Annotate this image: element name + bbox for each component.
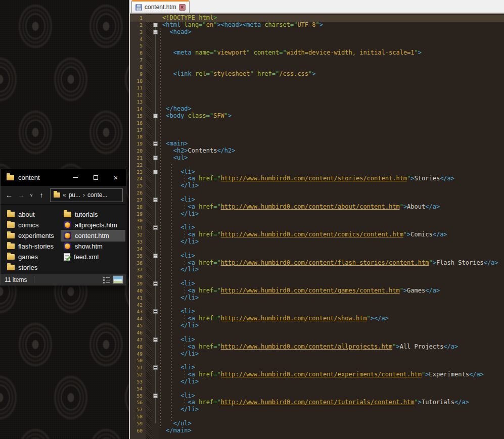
code-line[interactable]: <li>: [159, 308, 504, 315]
tab-content-htm[interactable]: content.htm ×: [131, 0, 190, 13]
code-line[interactable]: </main>: [159, 427, 504, 434]
code-line[interactable]: [159, 217, 504, 224]
file-item-stories[interactable]: stories: [5, 262, 61, 273]
code-line[interactable]: [159, 99, 504, 106]
code-line[interactable]: [159, 302, 504, 309]
fold-marker[interactable]: [153, 114, 158, 118]
fold-marker[interactable]: [153, 394, 158, 398]
code-line[interactable]: </li>: [159, 351, 504, 358]
code-line[interactable]: [159, 189, 504, 197]
close-button[interactable]: ×: [106, 169, 126, 186]
code-line[interactable]: [159, 357, 504, 364]
up-button[interactable]: ↑: [36, 191, 47, 199]
code-line[interactable]: [159, 413, 504, 420]
file-item-content-htm[interactable]: content.htm: [61, 230, 125, 241]
code-line[interactable]: <li>: [159, 336, 504, 344]
code-line[interactable]: <ul>: [159, 155, 504, 162]
fold-marker[interactable]: [153, 281, 158, 286]
code-line[interactable]: <li>: [159, 169, 504, 176]
code-line[interactable]: <a href="http://www.humbird0.com/content…: [159, 399, 504, 406]
code-line[interactable]: </li>: [159, 238, 504, 246]
fold-marker[interactable]: [153, 309, 158, 314]
code-line[interactable]: </li>: [159, 266, 504, 273]
code-line[interactable]: <head>: [159, 29, 504, 36]
code-line[interactable]: <a href="http://www.humbird0.com/content…: [159, 344, 504, 351]
address-bar[interactable]: « pu... › conte...: [50, 188, 123, 202]
recent-locations-chevron-icon[interactable]: ∨: [28, 192, 35, 198]
code-line[interactable]: <h2>Contents</h2>: [159, 148, 504, 155]
back-button[interactable]: ←: [4, 191, 15, 199]
fold-marker[interactable]: [153, 337, 158, 342]
code-line[interactable]: </head>: [159, 106, 504, 113]
details-view-button[interactable]: [103, 276, 110, 283]
code-line[interactable]: [159, 64, 504, 71]
code-line[interactable]: [159, 36, 504, 43]
breadcrumb-parent[interactable]: pu...: [69, 191, 80, 199]
file-item-tutorials[interactable]: tutorials: [61, 209, 125, 220]
code-line[interactable]: [159, 385, 504, 393]
code-line[interactable]: [159, 329, 504, 336]
file-item-flash-stories[interactable]: flash-stories: [5, 241, 61, 252]
fold-marker[interactable]: [153, 198, 158, 202]
code-line[interactable]: <html lang="en"><head><meta charset="UTF…: [159, 22, 504, 29]
thumbnails-view-button[interactable]: [113, 276, 123, 283]
file-item-about[interactable]: about: [5, 209, 61, 220]
code-line[interactable]: [159, 162, 504, 169]
code-line[interactable]: [159, 57, 504, 64]
fold-marker[interactable]: [153, 141, 158, 146]
code-line[interactable]: <a href="http://www.humbird0.com/content…: [159, 175, 504, 182]
file-item-comics[interactable]: comics: [5, 220, 61, 230]
code-line[interactable]: [159, 246, 504, 253]
file-item-feed-xml[interactable]: feed.xml: [61, 252, 125, 262]
code-line[interactable]: </li>: [159, 322, 504, 329]
code-line[interactable]: </li>: [159, 295, 504, 302]
code-line[interactable]: </li>: [159, 211, 504, 218]
tab-close-button[interactable]: ×: [179, 4, 186, 11]
code-line[interactable]: [159, 133, 504, 140]
code-line[interactable]: <li>: [159, 364, 504, 371]
code-line[interactable]: <li>: [159, 253, 504, 260]
code-line[interactable]: <link rel="stylesheet" href="/css.css">: [159, 71, 504, 78]
file-item-experiments[interactable]: experiments: [5, 230, 61, 241]
code-line[interactable]: <li>: [159, 393, 504, 400]
code-line[interactable]: <li>: [159, 224, 504, 231]
breadcrumb-overflow-chevron[interactable]: «: [63, 191, 66, 199]
fold-marker[interactable]: [153, 156, 158, 160]
code-line[interactable]: <a href="http://www.humbird0.com/content…: [159, 260, 504, 267]
code-line[interactable]: <a href="http://www.humbird0.com/content…: [159, 231, 504, 238]
code-line[interactable]: </li>: [159, 406, 504, 413]
code-line[interactable]: <a href="http://www.humbird0.com/content…: [159, 371, 504, 378]
fold-marker[interactable]: [153, 170, 158, 174]
code-line[interactable]: [159, 91, 504, 99]
file-item-show-htm[interactable]: show.htm: [61, 241, 125, 252]
fold-marker[interactable]: [153, 225, 158, 230]
explorer-title-bar[interactable]: content ×: [1, 169, 126, 186]
code-line[interactable]: </li>: [159, 378, 504, 385]
breadcrumb-current[interactable]: conte...: [87, 191, 107, 199]
code-line[interactable]: <meta name="viewport" content="width=dev…: [159, 50, 504, 57]
maximize-button[interactable]: [85, 169, 106, 186]
code-line[interactable]: [159, 84, 504, 91]
code-line[interactable]: [159, 42, 504, 50]
code-line[interactable]: [159, 120, 504, 127]
code-line[interactable]: <li>: [159, 280, 504, 287]
code-line[interactable]: <a href="http://www.humbird0.com/content…: [159, 287, 504, 295]
fold-marker[interactable]: [153, 254, 158, 258]
bookmark-margin[interactable]: [146, 15, 152, 439]
code-line[interactable]: <!DOCTYPE html>: [159, 15, 504, 22]
code-line[interactable]: <main>: [159, 140, 504, 148]
code-line[interactable]: <a href="http://www.humbird0.com/content…: [159, 315, 504, 322]
minimize-button[interactable]: [65, 169, 85, 186]
code-line[interactable]: </ul>: [159, 420, 504, 427]
code-line[interactable]: <li>: [159, 197, 504, 204]
code-line[interactable]: <a href="http://www.humbird0.com/content…: [159, 204, 504, 211]
fold-marker[interactable]: [153, 30, 158, 34]
fold-marker[interactable]: [153, 365, 158, 370]
forward-button[interactable]: →: [16, 191, 27, 199]
code-line[interactable]: </li>: [159, 182, 504, 189]
code-line[interactable]: [159, 78, 504, 85]
code-line[interactable]: [159, 127, 504, 134]
file-item-games[interactable]: games: [5, 252, 61, 262]
code-line[interactable]: [159, 273, 504, 280]
code-line[interactable]: <body class="SFW">: [159, 113, 504, 120]
